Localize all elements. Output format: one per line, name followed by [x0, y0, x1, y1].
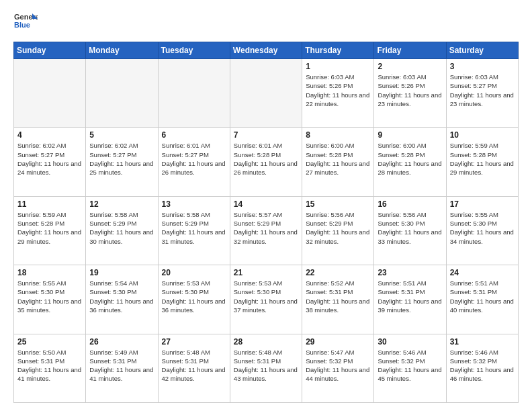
day-info: Sunrise: 6:02 AM Sunset: 5:27 PM Dayligh… — [17, 141, 82, 177]
day-info: Sunrise: 6:00 AM Sunset: 5:28 PM Dayligh… — [378, 141, 442, 177]
day-info: Sunrise: 6:02 AM Sunset: 5:27 PM Dayligh… — [89, 141, 154, 177]
calendar-cell: 8Sunrise: 6:00 AM Sunset: 5:28 PM Daylig… — [302, 128, 374, 196]
calendar-table: SundayMondayTuesdayWednesdayThursdayFrid… — [13, 42, 519, 403]
day-info: Sunrise: 6:03 AM Sunset: 5:26 PM Dayligh… — [306, 73, 370, 108]
day-number: 17 — [450, 199, 515, 209]
logo-icon: General Blue — [13, 11, 38, 35]
page: General Blue SundayMondayTuesdayWednesda… — [0, 0, 532, 411]
calendar-cell: 29Sunrise: 5:47 AM Sunset: 5:32 PM Dayli… — [302, 334, 374, 402]
day-number: 1 — [306, 62, 370, 71]
day-info: Sunrise: 5:58 AM Sunset: 5:29 PM Dayligh… — [162, 210, 226, 246]
day-info: Sunrise: 5:59 AM Sunset: 5:28 PM Dayligh… — [17, 210, 82, 246]
calendar-header-row: SundayMondayTuesdayWednesdayThursdayFrid… — [14, 42, 519, 59]
day-info: Sunrise: 5:50 AM Sunset: 5:31 PM Dayligh… — [17, 348, 82, 383]
day-info: Sunrise: 5:56 AM Sunset: 5:30 PM Dayligh… — [378, 210, 442, 246]
day-info: Sunrise: 5:52 AM Sunset: 5:31 PM Dayligh… — [306, 279, 370, 314]
day-info: Sunrise: 5:47 AM Sunset: 5:32 PM Dayligh… — [306, 348, 370, 383]
calendar-cell: 31Sunrise: 5:46 AM Sunset: 5:32 PM Dayli… — [446, 334, 518, 402]
day-number: 10 — [450, 130, 515, 140]
day-info: Sunrise: 6:00 AM Sunset: 5:28 PM Dayligh… — [306, 141, 370, 177]
day-number: 31 — [450, 337, 515, 347]
calendar-cell: 19Sunrise: 5:54 AM Sunset: 5:30 PM Dayli… — [86, 265, 158, 334]
day-number: 19 — [89, 268, 154, 277]
day-info: Sunrise: 5:55 AM Sunset: 5:30 PM Dayligh… — [17, 279, 82, 314]
day-number: 27 — [162, 337, 226, 347]
calendar-cell: 1Sunrise: 6:03 AM Sunset: 5:26 PM Daylig… — [302, 59, 374, 128]
calendar-cell: 28Sunrise: 5:48 AM Sunset: 5:31 PM Dayli… — [230, 334, 302, 402]
header: General Blue — [13, 11, 519, 35]
day-number: 22 — [306, 268, 370, 277]
calendar-cell: 18Sunrise: 5:55 AM Sunset: 5:30 PM Dayli… — [14, 265, 86, 334]
day-number: 13 — [162, 199, 226, 209]
calendar-cell: 17Sunrise: 5:55 AM Sunset: 5:30 PM Dayli… — [446, 196, 518, 265]
day-number: 30 — [378, 337, 442, 347]
day-number: 25 — [17, 337, 82, 347]
day-number: 14 — [234, 199, 298, 209]
day-info: Sunrise: 5:48 AM Sunset: 5:31 PM Dayligh… — [234, 348, 298, 383]
svg-text:Blue: Blue — [14, 21, 30, 29]
day-number: 29 — [306, 337, 370, 347]
calendar-cell — [230, 59, 302, 128]
day-number: 2 — [378, 62, 442, 71]
day-number: 4 — [17, 130, 82, 140]
calendar-header-saturday: Saturday — [446, 42, 518, 59]
calendar-cell — [158, 59, 230, 128]
day-info: Sunrise: 5:51 AM Sunset: 5:31 PM Dayligh… — [450, 279, 515, 314]
day-info: Sunrise: 5:46 AM Sunset: 5:32 PM Dayligh… — [378, 348, 442, 383]
day-info: Sunrise: 5:58 AM Sunset: 5:29 PM Dayligh… — [89, 210, 154, 246]
calendar-cell: 15Sunrise: 5:56 AM Sunset: 5:29 PM Dayli… — [302, 196, 374, 265]
calendar-cell: 14Sunrise: 5:57 AM Sunset: 5:29 PM Dayli… — [230, 196, 302, 265]
calendar-cell: 26Sunrise: 5:49 AM Sunset: 5:31 PM Dayli… — [86, 334, 158, 402]
day-number: 16 — [378, 199, 442, 209]
day-number: 11 — [17, 199, 82, 209]
calendar-cell: 25Sunrise: 5:50 AM Sunset: 5:31 PM Dayli… — [14, 334, 86, 402]
calendar-cell: 5Sunrise: 6:02 AM Sunset: 5:27 PM Daylig… — [86, 128, 158, 196]
day-info: Sunrise: 5:59 AM Sunset: 5:28 PM Dayligh… — [450, 141, 515, 177]
day-number: 8 — [306, 130, 370, 140]
calendar-week-1: 1Sunrise: 6:03 AM Sunset: 5:26 PM Daylig… — [14, 59, 519, 128]
calendar-cell: 11Sunrise: 5:59 AM Sunset: 5:28 PM Dayli… — [14, 196, 86, 265]
calendar-week-2: 4Sunrise: 6:02 AM Sunset: 5:27 PM Daylig… — [14, 128, 519, 196]
day-info: Sunrise: 5:56 AM Sunset: 5:29 PM Dayligh… — [306, 210, 370, 246]
calendar-week-3: 11Sunrise: 5:59 AM Sunset: 5:28 PM Dayli… — [14, 196, 519, 265]
calendar-week-4: 18Sunrise: 5:55 AM Sunset: 5:30 PM Dayli… — [14, 265, 519, 334]
calendar-cell: 13Sunrise: 5:58 AM Sunset: 5:29 PM Dayli… — [158, 196, 230, 265]
day-number: 21 — [234, 268, 298, 277]
day-number: 28 — [234, 337, 298, 347]
day-info: Sunrise: 5:53 AM Sunset: 5:30 PM Dayligh… — [234, 279, 298, 314]
day-info: Sunrise: 5:51 AM Sunset: 5:31 PM Dayligh… — [378, 279, 442, 314]
calendar-cell — [14, 59, 86, 128]
calendar-cell: 6Sunrise: 6:01 AM Sunset: 5:27 PM Daylig… — [158, 128, 230, 196]
calendar-header-thursday: Thursday — [302, 42, 374, 59]
calendar-cell: 2Sunrise: 6:03 AM Sunset: 5:26 PM Daylig… — [374, 59, 446, 128]
day-info: Sunrise: 5:49 AM Sunset: 5:31 PM Dayligh… — [89, 348, 154, 383]
calendar-header-sunday: Sunday — [14, 42, 86, 59]
calendar-cell: 23Sunrise: 5:51 AM Sunset: 5:31 PM Dayli… — [374, 265, 446, 334]
calendar-cell: 24Sunrise: 5:51 AM Sunset: 5:31 PM Dayli… — [446, 265, 518, 334]
calendar-cell: 22Sunrise: 5:52 AM Sunset: 5:31 PM Dayli… — [302, 265, 374, 334]
day-number: 3 — [450, 62, 515, 71]
calendar-cell: 12Sunrise: 5:58 AM Sunset: 5:29 PM Dayli… — [86, 196, 158, 265]
day-info: Sunrise: 5:48 AM Sunset: 5:31 PM Dayligh… — [162, 348, 226, 383]
calendar-cell: 20Sunrise: 5:53 AM Sunset: 5:30 PM Dayli… — [158, 265, 230, 334]
calendar-cell: 4Sunrise: 6:02 AM Sunset: 5:27 PM Daylig… — [14, 128, 86, 196]
day-info: Sunrise: 6:03 AM Sunset: 5:27 PM Dayligh… — [450, 73, 515, 108]
calendar-cell: 21Sunrise: 5:53 AM Sunset: 5:30 PM Dayli… — [230, 265, 302, 334]
day-number: 12 — [89, 199, 154, 209]
calendar-cell: 3Sunrise: 6:03 AM Sunset: 5:27 PM Daylig… — [446, 59, 518, 128]
day-number: 9 — [378, 130, 442, 140]
day-number: 18 — [17, 268, 82, 277]
calendar-cell: 10Sunrise: 5:59 AM Sunset: 5:28 PM Dayli… — [446, 128, 518, 196]
day-number: 7 — [234, 130, 298, 140]
day-info: Sunrise: 5:57 AM Sunset: 5:29 PM Dayligh… — [234, 210, 298, 246]
logo: General Blue — [13, 11, 38, 35]
day-number: 23 — [378, 268, 442, 277]
calendar-cell — [86, 59, 158, 128]
calendar-cell: 16Sunrise: 5:56 AM Sunset: 5:30 PM Dayli… — [374, 196, 446, 265]
calendar-cell: 27Sunrise: 5:48 AM Sunset: 5:31 PM Dayli… — [158, 334, 230, 402]
calendar-cell: 7Sunrise: 6:01 AM Sunset: 5:28 PM Daylig… — [230, 128, 302, 196]
day-number: 15 — [306, 199, 370, 209]
calendar-cell: 30Sunrise: 5:46 AM Sunset: 5:32 PM Dayli… — [374, 334, 446, 402]
day-info: Sunrise: 5:55 AM Sunset: 5:30 PM Dayligh… — [450, 210, 515, 246]
calendar-week-5: 25Sunrise: 5:50 AM Sunset: 5:31 PM Dayli… — [14, 334, 519, 402]
